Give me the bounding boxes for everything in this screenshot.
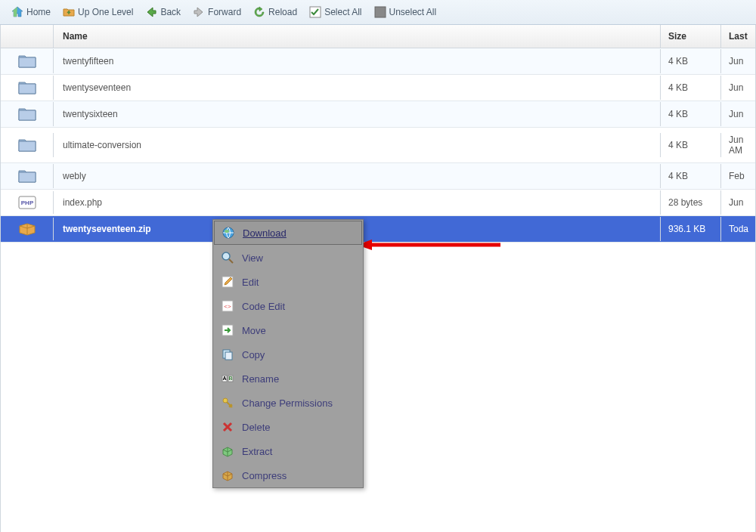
table-header: Name Size Last — [1, 25, 755, 48]
col-size-header[interactable]: Size — [661, 25, 721, 48]
menu-extract[interactable]: Extract — [213, 439, 363, 463]
select-all-label: Select All — [324, 7, 361, 17]
menu-copy[interactable]: Copy — [213, 342, 363, 367]
file-size: 4 KB — [661, 76, 721, 100]
svg-text:A: A — [222, 376, 226, 381]
menu-permissions-label: Change Permissions — [242, 397, 333, 409]
home-label: Home — [26, 7, 51, 17]
file-name: twentyfifteen — [54, 49, 661, 73]
arrow-right-icon — [193, 6, 205, 18]
menu-code-edit-label: Code Edit — [242, 301, 285, 312]
svg-text:PHP: PHP — [20, 200, 33, 206]
reload-label: Reload — [268, 7, 297, 17]
folder-icon — [1, 133, 54, 157]
file-listing: Name Size Last twentyfifteen4 KBJuntwent… — [0, 25, 756, 532]
magnifier-icon — [221, 251, 234, 264]
file-size: 936.1 KB — [661, 217, 721, 241]
folder-icon — [1, 102, 54, 126]
svg-rect-1 — [375, 7, 386, 17]
svg-rect-12 — [225, 352, 232, 360]
menu-copy-label: Copy — [242, 349, 265, 360]
zip-icon — [1, 218, 54, 240]
menu-download[interactable]: Download — [214, 221, 362, 245]
select-all-button[interactable]: Select All — [304, 4, 367, 20]
table-row[interactable]: twentyfifteen4 KBJun — [1, 48, 755, 75]
col-icon-header[interactable] — [1, 25, 54, 48]
up-button[interactable]: Up One Level — [57, 4, 138, 20]
svg-text:B: B — [228, 376, 232, 381]
checkbox-checked-icon — [309, 6, 321, 18]
folder-up-icon — [63, 6, 75, 18]
menu-code-edit[interactable]: <> Code Edit — [213, 294, 363, 318]
pencil-icon — [221, 275, 234, 289]
file-name: index.php — [54, 190, 661, 215]
unselect-all-button[interactable]: Unselect All — [369, 4, 442, 20]
key-icon — [221, 396, 234, 410]
file-size: 4 KB — [661, 49, 721, 73]
menu-view[interactable]: View — [213, 246, 363, 270]
file-name: twentysixteen — [54, 102, 661, 126]
file-size: 4 KB — [661, 164, 721, 188]
file-size: 28 bytes — [661, 190, 721, 215]
forward-label: Forward — [208, 7, 241, 17]
svg-text:<>: <> — [224, 303, 231, 310]
file-date: Jun — [721, 76, 755, 100]
file-name: webly — [54, 164, 661, 188]
back-label: Back — [160, 7, 181, 17]
menu-move-label: Move — [242, 325, 266, 336]
menu-view-label: View — [242, 252, 263, 264]
unselect-all-label: Unselect All — [389, 7, 437, 17]
file-date: Feb — [721, 164, 755, 188]
menu-rename-label: Rename — [242, 373, 279, 385]
folder-icon — [1, 49, 54, 73]
up-label: Up One Level — [78, 7, 133, 17]
menu-move[interactable]: Move — [213, 318, 363, 342]
file-date: Toda — [721, 217, 755, 241]
menu-edit[interactable]: Edit — [213, 270, 363, 294]
col-name-header[interactable]: Name — [54, 25, 661, 48]
menu-delete[interactable]: Delete — [213, 415, 363, 439]
table-row[interactable]: twentysixteen4 KBJun — [1, 101, 755, 128]
toolbar: Home Up One Level Back Forward Reload Se… — [0, 0, 756, 25]
file-name: twentyseventeen — [54, 76, 661, 100]
svg-point-6 — [222, 252, 230, 260]
extract-icon — [221, 444, 234, 458]
file-date: Jun AM — [721, 128, 755, 162]
menu-compress-label: Compress — [242, 470, 287, 481]
back-button[interactable]: Back — [140, 4, 186, 20]
reload-icon — [253, 6, 265, 18]
home-icon — [11, 6, 23, 18]
annotation-arrow-icon — [357, 239, 500, 251]
table-row[interactable]: ultimate-conversion4 KBJun AM — [1, 128, 755, 163]
col-date-header[interactable]: Last — [721, 25, 755, 48]
folder-icon — [1, 164, 54, 188]
menu-delete-label: Delete — [242, 422, 271, 433]
folder-icon — [1, 76, 54, 100]
code-icon: <> — [221, 299, 234, 313]
menu-rename[interactable]: AB Rename — [213, 367, 363, 391]
file-size: 4 KB — [661, 133, 721, 157]
copy-icon — [221, 348, 234, 361]
table-row[interactable]: PHPindex.php28 bytesJun — [1, 190, 755, 216]
compress-icon — [221, 469, 234, 482]
menu-download-label: Download — [243, 227, 287, 239]
svg-point-5 — [225, 230, 229, 233]
arrow-left-icon — [145, 6, 157, 18]
menu-permissions[interactable]: Change Permissions — [213, 391, 363, 415]
file-name: ultimate-conversion — [54, 133, 661, 157]
table-row[interactable]: twentyseventeen4 KBJun — [1, 75, 755, 101]
home-button[interactable]: Home — [6, 4, 56, 20]
delete-icon — [221, 420, 234, 434]
file-size: 4 KB — [661, 102, 721, 126]
context-menu: Download View Edit <> Code Edit Move Cop… — [212, 219, 364, 488]
file-date: Jun — [721, 190, 755, 215]
menu-compress[interactable]: Compress — [213, 463, 363, 487]
forward-button[interactable]: Forward — [187, 4, 246, 20]
menu-extract-label: Extract — [242, 446, 272, 457]
table-row[interactable]: webly4 KBFeb — [1, 163, 755, 190]
rename-icon: AB — [221, 372, 234, 385]
globe-icon — [222, 226, 235, 240]
reload-button[interactable]: Reload — [248, 4, 302, 20]
php-icon: PHP — [1, 191, 54, 214]
checkbox-empty-icon — [374, 6, 386, 18]
